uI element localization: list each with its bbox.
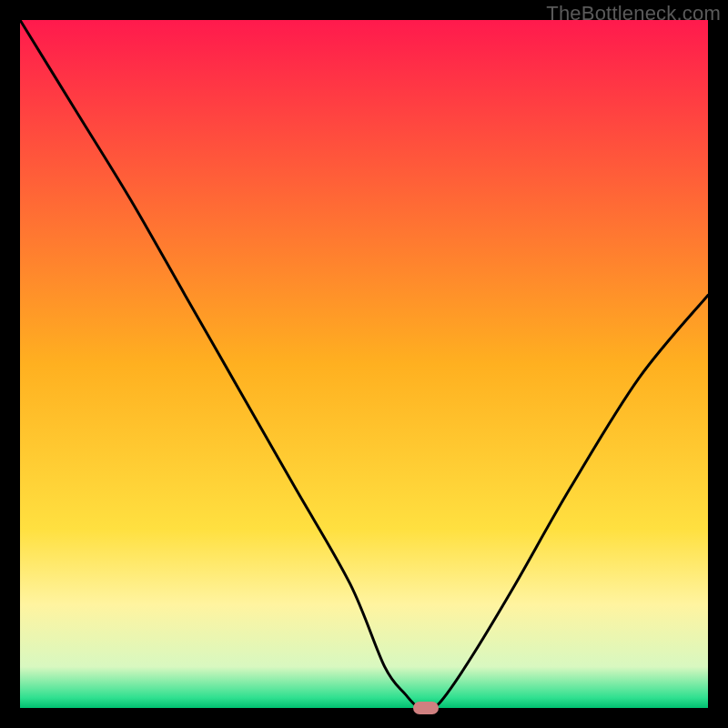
chart-frame: TheBottleneck.com [0,0,728,728]
optimal-marker [413,702,439,714]
watermark-text: TheBottleneck.com [546,2,721,25]
gradient-background [20,20,708,708]
plot-area [20,20,708,708]
chart-svg [20,20,708,708]
